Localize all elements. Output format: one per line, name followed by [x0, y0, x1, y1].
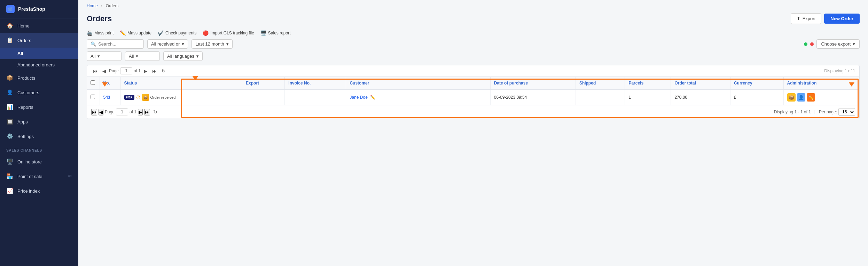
red-status-dot — [810, 42, 814, 46]
reports-icon: 📊 — [6, 104, 13, 110]
search-input[interactable] — [98, 41, 140, 47]
td-shipped — [576, 90, 625, 105]
th-export[interactable]: Export — [242, 77, 285, 90]
td-export — [242, 90, 285, 105]
customer-link[interactable]: Jane Doe — [350, 95, 367, 100]
apps-icon: 🔲 — [6, 119, 13, 125]
print-icon: 🖨️ — [87, 30, 93, 36]
filters-row-1: 🔍 All received or ▾ Last 12 month ▾ Choo… — [87, 39, 860, 49]
admin-action-2[interactable]: 👤 — [797, 93, 805, 102]
sidebar-item-point-of-sale[interactable]: 🏪 Point of sale 👁 — [0, 169, 78, 184]
th-status[interactable]: Status — [120, 77, 242, 90]
bottom-refresh-button[interactable]: ↻ — [151, 108, 159, 115]
status-badge: Order received — [150, 95, 176, 99]
page-number-input[interactable] — [120, 67, 132, 74]
sidebar-item-apps[interactable]: 🔲 Apps — [0, 114, 78, 129]
refresh-button[interactable]: ↻ — [160, 67, 167, 74]
search-box[interactable]: 🔍 — [87, 39, 144, 49]
sidebar-item-customers[interactable]: 👤 Customers — [0, 85, 78, 100]
sales-report-action[interactable]: 🖥️ Sales report — [260, 30, 291, 36]
last-page-button[interactable]: ⏭ — [150, 68, 158, 74]
breadcrumb-home[interactable]: Home — [87, 3, 98, 8]
filter-dropdown-1[interactable]: All ▾ — [87, 51, 122, 61]
new-order-label: New Order — [830, 16, 853, 21]
sidebar-sub-item-all[interactable]: All — [0, 48, 78, 59]
customers-icon: 👤 — [6, 89, 13, 96]
sidebar-item-products[interactable]: 📦 Products — [0, 71, 78, 85]
mass-print-action[interactable]: 🖨️ Mass print — [87, 30, 114, 36]
th-administration[interactable]: Administration — [783, 77, 859, 90]
td-order-no: 543 — [100, 90, 120, 105]
chevron-down-icon: ▾ — [226, 41, 229, 47]
filter-dropdown-2[interactable]: All ▾ — [125, 51, 160, 61]
chevron-down-icon: ▾ — [136, 54, 138, 59]
check-icon: ✔️ — [158, 30, 164, 36]
online-store-icon: 🖥️ — [6, 159, 13, 165]
displaying-right: Displaying 1 of 1 — [824, 68, 855, 73]
logo-icon: 🛒 — [6, 5, 15, 13]
eye-icon[interactable]: 👁 — [68, 174, 72, 179]
orders-icon: 📋 — [6, 37, 13, 43]
import-icon: 🔴 — [203, 30, 209, 36]
per-page-select[interactable]: 15 30 50 — [838, 108, 855, 116]
sidebar-item-label: Products — [17, 75, 35, 81]
admin-action-3[interactable]: ✏️ — [807, 93, 815, 102]
bottom-first-page-button[interactable]: ⏮ — [91, 109, 97, 115]
import-gls-action[interactable]: 🔴 Import GLS tracking file — [203, 30, 254, 36]
sidebar-item-home[interactable]: 🏠 Home — [0, 18, 78, 33]
next-page-button[interactable]: ▶ — [142, 68, 149, 74]
th-currency[interactable]: Currency — [730, 77, 783, 90]
sidebar-item-online-store[interactable]: 🖥️ Online store — [0, 154, 78, 169]
status-filter[interactable]: All received or ▾ — [147, 39, 188, 49]
th-shipped[interactable]: Shipped — [576, 77, 625, 90]
th-no[interactable]: No. — [100, 77, 120, 90]
sidebar-logo: 🛒 PrestaShop — [0, 0, 78, 18]
sidebar-item-price-index[interactable]: 📈 Price index — [0, 184, 78, 198]
orders-table-container: ⏮ ◀ Page of 1 ▶ ⏭ ↻ Displaying 1 of 1 — [87, 65, 860, 119]
th-parcels[interactable]: Parcels — [625, 77, 671, 90]
td-invoice-no — [285, 90, 346, 105]
sidebar-sub-item-abandoned[interactable]: Abandoned orders — [0, 59, 78, 71]
th-date-of-purchase[interactable]: Date of purchase — [490, 77, 576, 90]
th-customer[interactable]: Customer — [346, 77, 490, 90]
mass-update-action[interactable]: ✏️ Mass update — [120, 30, 151, 36]
sidebar-item-settings[interactable]: ⚙️ Settings — [0, 129, 78, 144]
pos-icon: 🏪 — [6, 173, 13, 179]
sidebar-item-label: Reports — [17, 105, 33, 110]
sidebar-item-label: Price index — [17, 188, 40, 194]
sidebar-item-label: Point of sale — [17, 174, 42, 179]
select-all-checkbox[interactable] — [91, 80, 95, 85]
filter-dropdown-3[interactable]: All languages ▾ — [163, 51, 203, 61]
prev-page-button[interactable]: ◀ — [101, 68, 108, 74]
bottom-next-page-button[interactable]: ▶ — [138, 109, 143, 115]
header-actions: ⬆ Export New Order — [791, 13, 860, 24]
sidebar-item-reports[interactable]: 📊 Reports — [0, 100, 78, 114]
import-gls-label: Import GLS tracking file — [210, 31, 254, 35]
bottom-page-number-input[interactable] — [116, 108, 128, 115]
admin-actions: 📦 👤 ✏️ — [787, 93, 856, 102]
breadcrumb-separator: › — [101, 3, 102, 8]
choose-export-button[interactable]: Choose export ▾ — [816, 39, 860, 49]
admin-action-1[interactable]: 📦 — [787, 93, 796, 102]
page-header: Orders ⬆ Export New Order — [78, 10, 868, 28]
th-order-total[interactable]: Order total — [671, 77, 730, 90]
td-status: VISA ⏱ 📦 Order received — [120, 90, 242, 105]
row-checkbox[interactable] — [91, 95, 95, 99]
check-payments-action[interactable]: ✔️ Check payments — [158, 30, 196, 36]
sidebar-item-label: Orders — [17, 38, 31, 43]
edit-customer-icon[interactable]: ✏️ — [370, 95, 375, 100]
order-number-link[interactable]: 543 — [103, 95, 110, 100]
new-order-button[interactable]: New Order — [824, 14, 860, 24]
products-icon: 📦 — [6, 75, 13, 81]
chevron-down-icon: ▾ — [196, 54, 199, 59]
th-invoice-no[interactable]: Invoice No. — [285, 77, 346, 90]
top-pagination: ⏮ ◀ Page of 1 ▶ ⏭ ↻ Displaying 1 of 1 — [87, 65, 859, 77]
bottom-last-page-button[interactable]: ⏭ — [144, 109, 150, 115]
export-button[interactable]: ⬆ Export — [791, 13, 822, 24]
sidebar-item-label: Online store — [17, 159, 42, 164]
bottom-prev-page-button[interactable]: ◀ — [99, 109, 103, 115]
date-filter[interactable]: Last 12 month ▾ — [191, 39, 232, 49]
sidebar-item-orders[interactable]: 📋 Orders — [0, 33, 78, 48]
chevron-down-icon: ▾ — [853, 41, 855, 47]
first-page-button[interactable]: ⏮ — [91, 68, 99, 74]
